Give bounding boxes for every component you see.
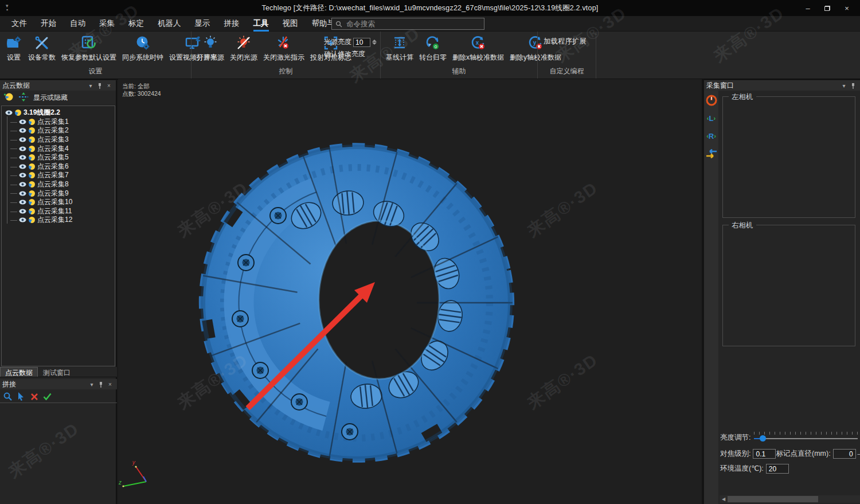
tab-test-window[interactable]: 测试窗口: [38, 367, 76, 377]
sync-clock-button[interactable]: 同步系统时钟: [120, 33, 165, 64]
confirm-icon[interactable]: [43, 392, 52, 401]
tree-item[interactable]: 点云采集3: [5, 135, 115, 144]
panel-pin-icon[interactable]: [96, 381, 105, 387]
tree-item[interactable]: 点云采集7: [5, 171, 115, 180]
tree-item[interactable]: 点云采集6: [5, 162, 115, 171]
panel-dropdown-icon[interactable]: ▾: [839, 83, 849, 89]
stitch-toolbar: [0, 390, 117, 403]
menu-tools[interactable]: 工具: [247, 16, 276, 32]
brightness-slider[interactable]: [754, 431, 858, 444]
eye-icon[interactable]: [19, 191, 26, 196]
add-pointcloud-icon[interactable]: [3, 92, 14, 103]
eye-icon[interactable]: [19, 164, 26, 169]
ribbon-group-assist: 基线计算 0 转台归零 x 删除x轴校准数据 y: [380, 32, 537, 79]
tree-item[interactable]: 点云采集12: [5, 216, 115, 225]
tree-item[interactable]: 点云采集10: [5, 198, 115, 207]
scrollbar-thumb[interactable]: [728, 496, 818, 502]
tree-root-item[interactable]: 3.19线圈2.2: [5, 108, 115, 118]
ribbon-group-custom: 加载程序扩展 自定义编程: [537, 32, 596, 79]
scroll-left-icon[interactable]: ◀: [720, 497, 728, 502]
close-button[interactable]: ×: [837, 0, 857, 16]
focus-level-input[interactable]: [753, 449, 776, 459]
tree-item[interactable]: 点云采集4: [5, 144, 115, 153]
stepper-up-icon[interactable]: [372, 40, 377, 42]
menu-capture[interactable]: 采集: [92, 16, 122, 32]
swap-cameras-icon[interactable]: [705, 147, 718, 160]
stepper-down-icon[interactable]: [372, 42, 377, 45]
power-icon[interactable]: [705, 94, 718, 107]
split-view-icon[interactable]: [18, 92, 29, 103]
menu-robot[interactable]: 机器人: [151, 16, 188, 32]
panel-close-icon[interactable]: ×: [105, 381, 115, 388]
restore-defaults-button[interactable]: 恢复参数默认设置: [60, 33, 118, 64]
slider-track[interactable]: [754, 438, 858, 439]
tree-item[interactable]: 点云采集1: [5, 118, 115, 127]
light-on-button[interactable]: 打开光源: [195, 33, 226, 64]
menu-stitch[interactable]: 拼接: [217, 16, 247, 32]
restore-button[interactable]: [818, 0, 837, 16]
tree-item[interactable]: 点云采集9: [5, 189, 115, 198]
panel-pin-icon[interactable]: [849, 82, 858, 88]
laser-off-icon: [275, 34, 292, 52]
eye-icon[interactable]: [19, 200, 26, 205]
tree-item[interactable]: 点云采集5: [5, 153, 115, 162]
menu-file[interactable]: 文件: [5, 16, 34, 32]
device-constants-button[interactable]: 设备常数: [26, 33, 57, 64]
minimize-button[interactable]: –: [798, 0, 818, 16]
zoom-icon[interactable]: [3, 392, 12, 401]
tree-item[interactable]: 点云采集8: [5, 180, 115, 189]
tree-item[interactable]: 点云采集11: [5, 207, 115, 216]
command-search-input[interactable]: [346, 20, 480, 28]
slider-handle[interactable]: [760, 435, 766, 442]
menu-start[interactable]: 开始: [34, 16, 63, 32]
eye-icon[interactable]: [19, 182, 26, 187]
show-hide-label[interactable]: 显示或隐藏: [33, 93, 68, 103]
panel-pin-icon[interactable]: [95, 82, 104, 88]
pointcloud-icon: [29, 217, 35, 223]
horizontal-scrollbar[interactable]: ◀: [720, 495, 860, 503]
marker-diameter-input[interactable]: [833, 449, 856, 459]
right-camera-groupbox: 右相机: [722, 225, 855, 346]
turntable-zero-button[interactable]: 0 转台归零: [417, 33, 448, 64]
quick-access-icon[interactable]: ▾▪: [6, 4, 9, 12]
left-camera-icon[interactable]: ‹L›: [705, 112, 718, 124]
panel-dropdown-icon[interactable]: ▾: [86, 83, 95, 89]
eye-icon[interactable]: [19, 209, 26, 214]
settings-button[interactable]: 设置: [3, 33, 24, 64]
command-search-box[interactable]: [331, 18, 484, 30]
menu-calibration[interactable]: 标定: [122, 16, 151, 32]
load-extension-button[interactable]: 加载程序扩展: [541, 33, 589, 50]
pointcloud-icon: [29, 136, 35, 143]
select-cursor-icon[interactable]: [17, 392, 25, 401]
cancel-icon[interactable]: [30, 392, 38, 401]
eye-icon[interactable]: [19, 146, 26, 151]
delete-x-calib-button[interactable]: x 删除x轴校准数据: [451, 33, 506, 64]
eye-icon[interactable]: [5, 110, 13, 115]
tree-item[interactable]: 点云采集2: [5, 126, 115, 135]
eye-icon[interactable]: [19, 128, 26, 133]
bulb-on-icon: [202, 34, 219, 52]
brightness-stepper[interactable]: [372, 40, 377, 45]
ambient-temp-input[interactable]: [766, 464, 789, 474]
tab-pointcloud-data[interactable]: 点云数据: [0, 367, 38, 377]
light-brightness-input[interactable]: [353, 38, 370, 47]
baseline-calc-button[interactable]: 基线计算: [384, 33, 415, 64]
menu-display[interactable]: 显示: [188, 16, 217, 32]
eye-icon[interactable]: [19, 119, 26, 124]
eye-icon[interactable]: [19, 137, 26, 142]
title-bar: ▾▪ Techlego [文件路径: D:\xwechat_files\wxid…: [0, 0, 860, 16]
panel-close-icon[interactable]: ×: [104, 83, 114, 89]
eye-icon[interactable]: [19, 173, 26, 178]
right-camera-icon[interactable]: ‹R›: [705, 130, 718, 142]
eye-icon[interactable]: [19, 217, 26, 222]
eye-icon[interactable]: [19, 155, 26, 160]
3d-viewport[interactable]: 当前: 全部 点数: 3002424: [118, 79, 702, 504]
group-label-control: 控制: [195, 65, 377, 79]
menu-auto[interactable]: 自动: [63, 16, 92, 32]
laser-off-button[interactable]: 关闭激光指示: [261, 33, 306, 64]
panel-dropdown-icon[interactable]: ▾: [87, 381, 96, 388]
confirm-brightness-button[interactable]: 确认修改亮度: [324, 49, 365, 59]
current-selection-label: 当前: 全部: [122, 83, 161, 90]
light-off-button[interactable]: 关闭光源: [228, 33, 259, 64]
menu-view[interactable]: 视图: [276, 16, 305, 32]
